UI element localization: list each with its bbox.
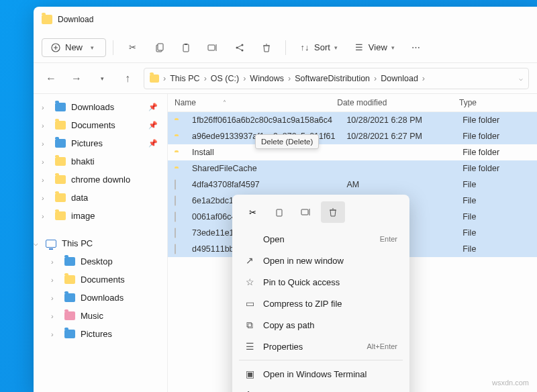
tree-toggle-icon[interactable]: ›: [51, 276, 54, 284]
tree-toggle-icon[interactable]: ›: [42, 140, 44, 148]
sidebar-item[interactable]: › Music: [36, 307, 164, 325]
ctx-cut-button[interactable]: ✂: [240, 201, 264, 223]
tree-toggle-icon[interactable]: ›: [51, 312, 54, 320]
delete-button[interactable]: [254, 38, 279, 57]
up-button[interactable]: ↑: [118, 69, 137, 88]
sidebar-item[interactable]: › Downloads: [36, 289, 164, 307]
sidebar-item[interactable]: › Documents 📌: [36, 116, 164, 134]
file-row[interactable]: 1fb26ff0616a6b2c80c9a1c9a158a6c4 10/28/2…: [168, 112, 537, 128]
chevron-down-icon: ▾: [87, 42, 97, 53]
svg-rect-3: [183, 44, 189, 52]
share-button[interactable]: [228, 38, 252, 57]
folder-icon: [55, 211, 66, 220]
context-menu-item[interactable]: ⠇ Show more options Shift+F10: [236, 385, 405, 392]
more-button[interactable]: ⋯: [404, 38, 428, 57]
sort-button[interactable]: ↑↓ Sort ▾: [293, 38, 344, 57]
column-type[interactable]: Type: [459, 98, 530, 107]
breadcrumb[interactable]: › This PC› OS (C:)› Windows› SoftwareDis…: [144, 68, 529, 89]
context-menu-item[interactable]: ☆ Pin to Quick access: [236, 271, 405, 293]
tree-toggle-icon[interactable]: ⌵: [34, 239, 38, 248]
scissors-icon: ✂: [127, 42, 138, 53]
column-name[interactable]: Name˄: [175, 98, 337, 107]
sidebar-item[interactable]: › Pictures 📌: [36, 134, 164, 152]
paste-button[interactable]: [174, 38, 198, 57]
context-menu-item[interactable]: ⧉ Copy as path: [236, 314, 405, 336]
sidebar-item[interactable]: › Desktop: [36, 252, 164, 271]
file-row[interactable]: a96ede9133937af1ca9e872c5c011f61 10/28/2…: [168, 128, 537, 144]
sidebar-item[interactable]: › bhakti: [36, 152, 164, 170]
menu-item-label: Open in Windows Terminal: [263, 369, 367, 379]
file-icon: [175, 244, 176, 254]
crumb-item[interactable]: Windows: [247, 71, 287, 86]
tree-toggle-icon[interactable]: ›: [51, 258, 54, 266]
ctx-copy-button[interactable]: [267, 201, 291, 223]
menu-shortcut: Alt+Enter: [367, 342, 397, 350]
crumb-item[interactable]: OS (C:): [208, 71, 242, 86]
context-menu-item[interactable]: ▣ Open in Windows Terminal: [236, 363, 405, 385]
file-row[interactable]: 4dfa43708faf4597 AM File: [168, 177, 537, 193]
tree-toggle-icon[interactable]: ›: [42, 121, 44, 130]
back-button[interactable]: ←: [42, 69, 60, 88]
sidebar-item[interactable]: › image: [36, 207, 164, 225]
svg-rect-5: [208, 45, 215, 50]
share-icon: [234, 42, 245, 53]
sidebar-label: Pictures: [71, 138, 103, 148]
context-menu-item[interactable]: ▭ Compress to ZIP file: [236, 293, 405, 314]
file-type: File folder: [462, 148, 530, 157]
tree-toggle-icon[interactable]: ›: [42, 158, 44, 166]
view-icon: ☰: [354, 42, 364, 53]
sidebar-item[interactable]: › Downloads 📌: [36, 98, 164, 116]
tree-toggle-icon[interactable]: ›: [51, 294, 54, 302]
crumb-item[interactable]: SoftwareDistribution: [292, 71, 373, 86]
sidebar-item[interactable]: › Documents: [36, 271, 164, 289]
sidebar-label: Downloads: [71, 102, 114, 112]
ctx-delete-button[interactable]: [321, 201, 345, 223]
context-menu-item[interactable]: ↗ Open in new window: [236, 250, 405, 271]
sidebar-this-pc[interactable]: ⌵ This PC: [36, 234, 164, 252]
sidebar-label: data: [71, 193, 88, 203]
folder-icon: [64, 330, 75, 338]
file-type: File folder: [462, 115, 530, 125]
ellipsis-icon: ⋯: [411, 42, 422, 53]
sidebar-item[interactable]: › Pictures: [36, 325, 164, 343]
tree-toggle-icon[interactable]: ›: [51, 330, 54, 338]
folder-icon: [55, 139, 66, 148]
menu-item-icon: ☆: [244, 277, 255, 287]
copy-button[interactable]: [147, 38, 171, 57]
chevron-down-icon: ▾: [334, 44, 338, 51]
menu-item-icon: ⧉: [244, 320, 255, 330]
chevron-down-icon[interactable]: ⌵: [519, 75, 523, 82]
new-button[interactable]: New ▾: [42, 38, 106, 57]
view-button[interactable]: ☰ View ▾: [347, 38, 401, 57]
cut-button[interactable]: ✂: [120, 38, 144, 57]
folder-icon: [64, 257, 75, 266]
file-date: 10/28/2021 6:27 PM: [346, 132, 462, 141]
tree-toggle-icon[interactable]: ›: [42, 212, 44, 220]
file-date: 10/28/2021 6:28 PM: [346, 115, 462, 125]
folder-icon: [150, 75, 159, 83]
file-row[interactable]: SharedFileCache File folder: [168, 160, 537, 177]
rename-icon: [301, 207, 311, 217]
column-date[interactable]: Date modified: [337, 98, 459, 107]
crumb-item[interactable]: This PC: [167, 71, 202, 86]
file-type: File: [462, 180, 530, 189]
rename-button[interactable]: [201, 38, 225, 57]
recent-button[interactable]: ▾: [93, 69, 111, 88]
sidebar-item[interactable]: › chrome downlo: [36, 170, 164, 189]
tree-toggle-icon[interactable]: ›: [42, 103, 44, 111]
forward-button[interactable]: →: [67, 69, 86, 88]
file-row[interactable]: Install File folder: [168, 144, 537, 160]
column-headers: Name˄ Date modified Type: [168, 94, 537, 112]
file-name: Install: [192, 148, 346, 157]
tree-toggle-icon[interactable]: ›: [42, 194, 44, 202]
context-menu-item[interactable]: Open Enter: [236, 228, 405, 250]
context-menu-item[interactable]: ☰ Properties Alt+Enter: [236, 336, 405, 357]
tree-toggle-icon[interactable]: ›: [42, 176, 44, 184]
ctx-rename-button[interactable]: [294, 201, 318, 223]
crumb-item[interactable]: Download: [378, 71, 421, 86]
file-type: File: [462, 244, 530, 254]
context-toolbar: ✂: [236, 199, 405, 228]
svg-point-6: [236, 46, 238, 48]
sidebar-item[interactable]: › data: [36, 189, 164, 207]
sort-icon: ↑↓: [299, 42, 310, 53]
